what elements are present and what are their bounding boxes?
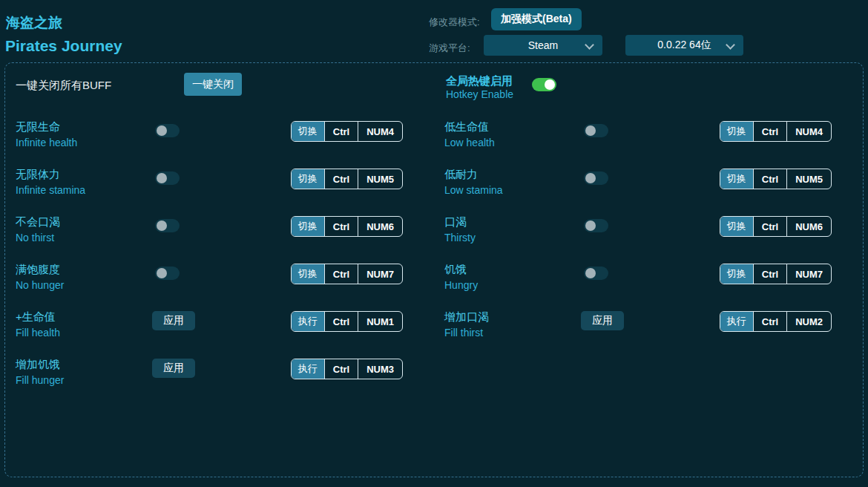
hotkey-modifier[interactable]: Ctrl xyxy=(753,122,786,141)
hotkey-modifier[interactable]: Ctrl xyxy=(753,217,786,236)
cheat-item-fill-thirst: 增加口渴 Fill thirst 应用 执行 Ctrl NUM2 xyxy=(434,310,863,357)
cheat-toggle[interactable] xyxy=(155,267,180,280)
hotkey-key[interactable]: NUM1 xyxy=(358,312,402,331)
cheat-item-thirsty: 口渴 Thirsty 切换 Ctrl NUM6 xyxy=(434,215,863,262)
hotkey-modifier[interactable]: Ctrl xyxy=(324,169,358,189)
hotkey-key[interactable]: NUM4 xyxy=(358,122,402,141)
chevron-down-icon xyxy=(585,40,594,50)
cheat-item-fill-health: +生命值 Fill health 应用 执行 Ctrl NUM1 xyxy=(5,310,434,357)
hotkey-modifier[interactable]: Ctrl xyxy=(324,359,358,379)
hotkey-key[interactable]: NUM2 xyxy=(786,312,831,331)
hotkey-enable-label-zh: 全局热键启用 xyxy=(446,74,513,88)
hotkey-modifier[interactable]: Ctrl xyxy=(753,264,786,284)
cheat-name-en: Fill hunger xyxy=(16,373,64,388)
hotkey-key[interactable]: NUM5 xyxy=(786,169,831,189)
hotkey-key[interactable]: NUM3 xyxy=(358,359,402,379)
hotkey-group[interactable]: 切换 Ctrl NUM6 xyxy=(720,216,832,237)
cheat-toggle[interactable] xyxy=(584,219,608,232)
hotkey-modifier[interactable]: Ctrl xyxy=(324,312,358,331)
hotkey-enable-toggle[interactable] xyxy=(532,78,556,91)
hotkey-action-button[interactable]: 切换 xyxy=(720,217,753,236)
hotkey-action-button[interactable]: 切换 xyxy=(292,169,324,189)
hotkey-group[interactable]: 切换 Ctrl NUM7 xyxy=(720,264,832,284)
cheat-item-no-hunger: 满饱腹度 No hunger 切换 Ctrl NUM7 xyxy=(5,262,434,310)
cheat-row: 增加饥饿 Fill hunger 应用 执行 Ctrl NUM3 xyxy=(5,357,863,405)
cheat-name-zh: +生命值 xyxy=(16,310,60,324)
hotkey-key[interactable]: NUM7 xyxy=(358,264,402,284)
hotkey-key[interactable]: NUM4 xyxy=(786,122,831,141)
toggle-knob xyxy=(545,79,555,90)
cheat-name-en: No hunger xyxy=(16,278,64,292)
hotkey-modifier[interactable]: Ctrl xyxy=(324,264,358,284)
hotkey-action-button[interactable]: 执行 xyxy=(720,312,753,331)
hotkey-action-button[interactable]: 执行 xyxy=(292,359,324,379)
cheat-name-zh: 无限生命 xyxy=(16,120,77,134)
cheat-name-en: Infinite stamina xyxy=(16,183,85,197)
cheat-item-infinite-stamina: 无限体力 Infinite stamina 切换 Ctrl NUM5 xyxy=(5,167,434,215)
hotkey-group[interactable]: 切换 Ctrl NUM4 xyxy=(291,121,403,142)
toggle-knob xyxy=(585,173,596,183)
hotkey-group[interactable]: 切换 Ctrl NUM7 xyxy=(291,264,403,284)
toggle-knob xyxy=(157,220,167,231)
cheat-name-en: Low stamina xyxy=(444,183,503,197)
apply-button[interactable]: 应用 xyxy=(152,311,195,330)
hotkey-action-button[interactable]: 切换 xyxy=(720,122,753,141)
hotkey-action-button[interactable]: 切换 xyxy=(292,264,324,284)
hotkey-action-button[interactable]: 执行 xyxy=(292,312,324,331)
cheat-name-zh: 低生命值 xyxy=(444,120,495,134)
cheat-toggle[interactable] xyxy=(584,267,608,280)
mode-button[interactable]: 加强模式(Beta) xyxy=(491,8,582,30)
cheat-name-en: Low health xyxy=(444,136,495,150)
hotkey-action-button[interactable]: 切换 xyxy=(292,217,324,236)
cheat-row: 满饱腹度 No hunger 切换 Ctrl NUM7 饥饿 Hungry xyxy=(5,262,863,310)
app-title-zh: 海盗之旅 xyxy=(6,13,62,33)
hotkey-modifier[interactable]: Ctrl xyxy=(324,217,358,236)
toggle-knob xyxy=(585,125,596,136)
cheat-toggle[interactable] xyxy=(584,171,608,185)
hotkey-action-button[interactable]: 切换 xyxy=(292,122,324,141)
hotkey-group[interactable]: 执行 Ctrl NUM3 xyxy=(291,359,403,379)
toggle-knob xyxy=(157,125,167,136)
hotkey-key[interactable]: NUM7 xyxy=(786,264,831,284)
cheat-name-zh: 口渴 xyxy=(444,215,476,229)
cheat-toggle[interactable] xyxy=(155,124,180,137)
hotkey-group[interactable]: 切换 Ctrl NUM5 xyxy=(291,169,403,189)
apply-button[interactable]: 应用 xyxy=(152,359,195,378)
version-select-value: 0.0.22 64位 xyxy=(657,39,711,52)
hotkey-modifier[interactable]: Ctrl xyxy=(753,312,786,331)
cheat-row: 无限生命 Infinite health 切换 Ctrl NUM4 低生命值 L… xyxy=(5,120,863,167)
hotkey-key[interactable]: NUM6 xyxy=(786,217,831,236)
cheat-toggle[interactable] xyxy=(155,171,180,185)
hotkey-action-button[interactable]: 切换 xyxy=(720,169,753,189)
platform-label: 游戏平台: xyxy=(429,42,470,55)
cheat-item-infinite-health: 无限生命 Infinite health 切换 Ctrl NUM4 xyxy=(5,120,434,167)
hotkey-group[interactable]: 切换 Ctrl NUM4 xyxy=(720,121,832,142)
cheat-item-hungry: 饥饿 Hungry 切换 Ctrl NUM7 xyxy=(434,262,863,310)
hotkey-enable-label-en: Hotkey Enable xyxy=(446,88,513,100)
hotkey-modifier[interactable]: Ctrl xyxy=(753,169,786,189)
cheat-name-zh: 饥饿 xyxy=(444,262,478,276)
cheat-row: +生命值 Fill health 应用 执行 Ctrl NUM1 增加口渴 Fi… xyxy=(5,310,863,357)
platform-select[interactable]: Steam xyxy=(484,35,602,56)
chevron-down-icon xyxy=(726,40,735,50)
hotkey-group[interactable]: 执行 Ctrl NUM2 xyxy=(720,311,832,332)
hotkey-key[interactable]: NUM6 xyxy=(358,217,402,236)
cheat-name-en: No thirst xyxy=(16,231,60,245)
cheat-name-zh: 无限体力 xyxy=(16,167,85,181)
cheat-toggle[interactable] xyxy=(584,124,608,137)
cheat-name-zh: 增加饥饿 xyxy=(16,357,64,371)
hotkey-group[interactable]: 执行 Ctrl NUM1 xyxy=(291,311,403,332)
cheat-row: 无限体力 Infinite stamina 切换 Ctrl NUM5 低耐力 L… xyxy=(5,167,863,215)
toggle-knob xyxy=(157,173,167,183)
hotkey-group[interactable]: 切换 Ctrl NUM5 xyxy=(720,169,832,189)
hotkey-key[interactable]: NUM5 xyxy=(358,169,402,189)
version-select[interactable]: 0.0.22 64位 xyxy=(625,35,743,56)
cheat-name-en: Fill health xyxy=(16,326,60,340)
hotkey-action-button[interactable]: 切换 xyxy=(720,264,753,284)
hotkey-modifier[interactable]: Ctrl xyxy=(324,122,358,141)
apply-button[interactable]: 应用 xyxy=(581,311,624,330)
cheat-toggle[interactable] xyxy=(155,219,180,232)
hotkey-group[interactable]: 切换 Ctrl NUM6 xyxy=(291,216,403,237)
close-all-button[interactable]: 一键关闭 xyxy=(184,73,242,96)
platform-select-value: Steam xyxy=(528,39,558,51)
